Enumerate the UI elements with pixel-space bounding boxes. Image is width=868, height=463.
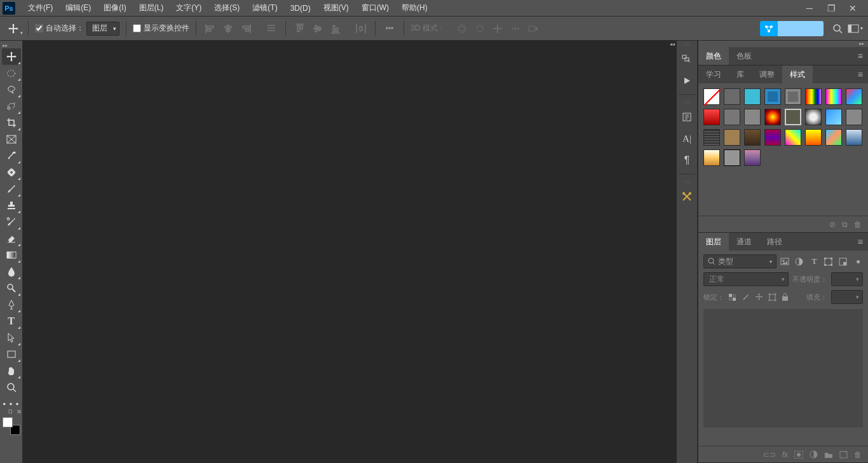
auto-select-target-dropdown[interactable]: 图层	[86, 22, 119, 36]
style-swatch[interactable]	[805, 129, 822, 146]
eraser-tool[interactable]	[2, 230, 21, 247]
delete-layer-icon[interactable]: 🗑	[854, 450, 862, 459]
tab-learn[interactable]: 学习	[698, 66, 729, 83]
menu-layer[interactable]: 图层(L)	[133, 0, 170, 16]
actions-panel-icon[interactable]	[677, 71, 696, 90]
shape-tool[interactable]	[2, 346, 21, 363]
path-select-tool[interactable]	[2, 329, 21, 346]
search-icon[interactable]	[832, 24, 843, 34]
auto-select-checkbox[interactable]: 自动选择：	[35, 23, 84, 34]
style-swatch[interactable]	[744, 149, 761, 166]
blend-mode-dropdown[interactable]: 正常	[703, 272, 789, 286]
style-swatch[interactable]	[724, 109, 740, 125]
lasso-tool[interactable]	[2, 81, 21, 98]
layers-list[interactable]	[703, 309, 863, 427]
move-tool[interactable]	[2, 48, 21, 65]
opacity-field[interactable]	[831, 272, 863, 286]
style-swatch[interactable]	[785, 88, 801, 105]
dock-grip-2[interactable]: ::::::	[677, 99, 697, 105]
align-bottom-icon[interactable]	[328, 21, 343, 36]
style-swatch[interactable]	[846, 88, 862, 105]
toolbar-expand-icon[interactable]: ▸▸	[0, 42, 22, 48]
properties-panel-icon[interactable]	[677, 107, 696, 127]
style-swatch[interactable]	[724, 149, 740, 166]
lock-all-icon[interactable]	[782, 293, 791, 301]
frame-tool[interactable]	[2, 131, 21, 148]
new-style-icon[interactable]: ⧉	[842, 220, 848, 229]
dock-grip[interactable]: ::::::	[677, 41, 697, 47]
lock-position-icon[interactable]	[755, 293, 764, 301]
style-swatch[interactable]	[785, 109, 801, 125]
align-right-icon[interactable]	[238, 21, 254, 36]
style-none[interactable]	[703, 88, 720, 105]
style-swatch[interactable]	[825, 109, 842, 125]
hand-tool[interactable]	[2, 363, 21, 379]
tab-paths[interactable]: 路径	[759, 233, 790, 251]
align-top-icon[interactable]	[292, 21, 308, 36]
style-swatch[interactable]	[744, 88, 761, 105]
filter-smart-icon[interactable]	[839, 258, 848, 266]
filter-type-icon[interactable]: T	[810, 257, 819, 266]
tab-layers[interactable]: 图层	[698, 233, 729, 251]
screen-mode-icon[interactable]: ▾	[848, 24, 863, 33]
style-swatch[interactable]	[846, 129, 862, 146]
style-swatch[interactable]	[805, 109, 822, 125]
close-button[interactable]: ✕	[846, 2, 859, 15]
tab-color[interactable]: 颜色	[698, 47, 729, 65]
menu-image[interactable]: 图像(I)	[97, 0, 132, 16]
3d-roll-icon[interactable]	[472, 21, 487, 36]
new-layer-icon[interactable]	[839, 451, 848, 459]
tab-styles[interactable]: 样式	[782, 66, 813, 83]
menu-view[interactable]: 视图(V)	[317, 0, 355, 16]
layers-panel-menu-icon[interactable]: ≡	[855, 237, 865, 247]
style-swatch[interactable]	[744, 109, 761, 125]
heal-tool[interactable]	[2, 164, 21, 181]
crop-tool[interactable]	[2, 114, 21, 131]
tab-adjust[interactable]: 调整	[752, 66, 782, 83]
panels-collapse-icon[interactable]: ▸▸	[698, 41, 868, 47]
more-options-icon[interactable]: •••	[382, 21, 397, 36]
marquee-tool[interactable]	[2, 65, 21, 81]
style-swatch[interactable]	[825, 129, 842, 146]
color-swatches[interactable]: ◻⤭	[3, 417, 20, 435]
style-swatch[interactable]	[724, 129, 740, 146]
character-panel-icon[interactable]: A|	[677, 129, 696, 148]
menu-select[interactable]: 选择(S)	[208, 0, 246, 16]
link-layers-icon[interactable]: ⊂⊃	[763, 450, 776, 459]
panel-collapse-left-icon[interactable]: ◂◂	[668, 41, 676, 47]
adjustment-layer-icon[interactable]	[810, 450, 818, 459]
filter-toggle-icon[interactable]: ●	[853, 257, 863, 266]
menu-window[interactable]: 窗口(W)	[355, 0, 395, 16]
align-justify-icon[interactable]	[264, 21, 279, 36]
history-brush-tool[interactable]	[2, 214, 21, 230]
paragraph-panel-icon[interactable]: ¶	[677, 151, 696, 170]
style-swatch[interactable]	[703, 109, 720, 125]
lock-brush-icon[interactable]	[742, 293, 751, 301]
new-group-icon[interactable]	[824, 451, 833, 459]
swap-colors-icon[interactable]: ⤭	[17, 408, 22, 415]
gradient-tool[interactable]	[2, 247, 21, 263]
3d-camera-icon[interactable]	[526, 21, 541, 36]
style-swatch[interactable]	[846, 109, 862, 125]
3d-orbit-icon[interactable]	[454, 21, 470, 36]
style-swatch[interactable]	[825, 88, 842, 105]
color-panel-menu-icon[interactable]: ≡	[855, 51, 865, 61]
style-swatch[interactable]	[785, 129, 801, 146]
dodge-tool[interactable]	[2, 280, 21, 296]
style-swatch[interactable]	[724, 88, 740, 105]
show-transform-checkbox[interactable]: 显示变换控件	[133, 23, 189, 34]
align-vcenter-icon[interactable]	[310, 21, 325, 36]
toolkit-panel-icon[interactable]	[677, 187, 696, 206]
brush-tool[interactable]	[2, 181, 21, 197]
menu-file[interactable]: 文件(F)	[22, 0, 59, 16]
default-colors-icon[interactable]: ◻	[8, 408, 13, 415]
lock-artboard-icon[interactable]	[768, 293, 778, 301]
history-panel-icon[interactable]	[677, 50, 696, 69]
pen-tool[interactable]	[2, 296, 21, 313]
tab-channels[interactable]: 通道	[729, 233, 759, 251]
style-swatch[interactable]	[805, 88, 822, 105]
foreground-color[interactable]	[3, 417, 13, 427]
filter-adjust-icon[interactable]	[795, 258, 804, 266]
lock-pixels-icon[interactable]	[728, 293, 738, 301]
blur-tool[interactable]	[2, 263, 21, 280]
